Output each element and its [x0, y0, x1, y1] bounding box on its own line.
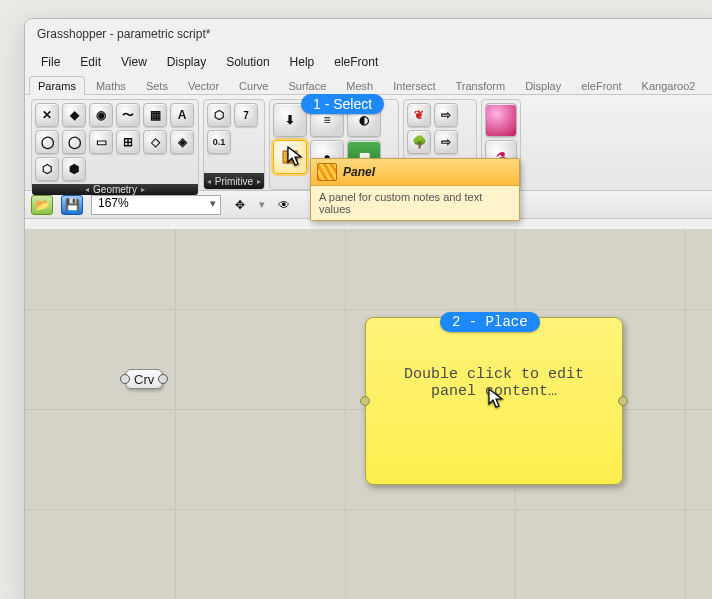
ribbon-group-geometry: ✕ ◆ ◉ 〜 ▦ A ◯ ◯ ▭ ⊞ ◇ ◈ ⬡ ⬢ Geometry	[31, 99, 199, 190]
menu-elefront[interactable]: eleFront	[326, 51, 386, 73]
annotation-place: 2 - Place	[440, 312, 540, 332]
tab-sets[interactable]: Sets	[137, 76, 177, 95]
tab-curve[interactable]: Curve	[230, 76, 277, 95]
tooltip: Panel A panel for custom notes and text …	[310, 158, 520, 221]
hex-icon[interactable]: ◉	[89, 103, 113, 127]
hex-icon[interactable]: ▭	[89, 130, 113, 154]
annotation-select: 1 - Select	[301, 94, 384, 114]
menu-solution[interactable]: Solution	[218, 51, 277, 73]
crv-label: Crv	[134, 372, 154, 387]
hex-icon[interactable]: 0.1	[207, 130, 231, 154]
tab-display[interactable]: Display	[516, 76, 570, 95]
sphere-icon[interactable]	[485, 103, 517, 137]
group-label-primitive[interactable]: Primitive	[204, 173, 264, 189]
zoom-combobox[interactable]: 167%	[91, 195, 221, 215]
hex-icon[interactable]: ◯	[62, 130, 86, 154]
menu-file[interactable]: File	[33, 51, 68, 73]
panel-input-grip[interactable]	[360, 396, 370, 406]
menubar: File Edit View Display Solution Help ele…	[25, 49, 712, 75]
jump-in-icon[interactable]: ⇨	[434, 130, 458, 154]
tab-vector[interactable]: Vector	[179, 76, 228, 95]
tab-elefront[interactable]: eleFront	[572, 76, 630, 95]
titlebar: Grasshopper - parametric script*	[25, 19, 712, 49]
tab-surface[interactable]: Surface	[279, 76, 335, 95]
hex-icon[interactable]: ⬡	[207, 103, 231, 127]
panel-component-icon[interactable]	[273, 140, 307, 174]
zoom-extents-icon[interactable]: ✥	[229, 195, 251, 215]
hex-icon[interactable]: ◈	[170, 130, 194, 154]
open-file-icon[interactable]: 📂	[31, 195, 53, 215]
panel-component[interactable]: 2 - Place Double click to edit panel con…	[365, 317, 623, 485]
hex-icon[interactable]: ◇	[143, 130, 167, 154]
app-window: Grasshopper - parametric script* File Ed…	[24, 18, 712, 599]
crv-param-capsule[interactable]: Crv	[125, 369, 163, 389]
window-title: Grasshopper - parametric script*	[37, 27, 210, 41]
tab-user[interactable]: User	[706, 76, 712, 95]
hex-icon[interactable]: 〜	[116, 103, 140, 127]
hex-icon[interactable]: A	[170, 103, 194, 127]
jump-out-icon[interactable]: ⇨	[434, 103, 458, 127]
tab-params[interactable]: Params	[29, 76, 85, 95]
hex-icon[interactable]: ▦	[143, 103, 167, 127]
tab-kangaroo2[interactable]: Kangaroo2	[633, 76, 705, 95]
ribbon-group-primitive: ⬡ 7 0.1 Primitive	[203, 99, 265, 190]
preview-eye-icon[interactable]: 👁	[273, 195, 295, 215]
hex-icon[interactable]: ◯	[35, 130, 59, 154]
menu-view[interactable]: View	[113, 51, 155, 73]
tab-maths[interactable]: Maths	[87, 76, 135, 95]
panel-placeholder-text: Double click to edit panel content…	[380, 366, 608, 400]
tab-intersect[interactable]: Intersect	[384, 76, 444, 95]
cherry-icon[interactable]: ❦	[407, 103, 431, 127]
group-label-geometry[interactable]: Geometry	[32, 184, 198, 195]
menu-edit[interactable]: Edit	[72, 51, 109, 73]
hex-icon[interactable]: ⬡	[35, 157, 59, 181]
hex-icon[interactable]: 7	[234, 103, 258, 127]
canvas[interactable]: Crv 2 - Place Double click to edit panel…	[25, 229, 712, 599]
panel-output-grip[interactable]	[618, 396, 628, 406]
hex-icon[interactable]: ⊞	[116, 130, 140, 154]
tree-icon[interactable]: 🌳	[407, 130, 431, 154]
tooltip-body: A panel for custom notes and text values	[311, 186, 519, 220]
tab-mesh[interactable]: Mesh	[337, 76, 382, 95]
output-grip[interactable]	[158, 374, 168, 384]
panel-icon	[317, 163, 337, 181]
menu-help[interactable]: Help	[282, 51, 323, 73]
input-grip[interactable]	[120, 374, 130, 384]
save-file-icon[interactable]: 💾	[61, 195, 83, 215]
hex-icon[interactable]: ◆	[62, 103, 86, 127]
component-tabs: Params Maths Sets Vector Curve Surface M…	[25, 75, 712, 95]
hex-icon[interactable]: ✕	[35, 103, 59, 127]
tooltip-title: Panel	[343, 165, 375, 179]
tab-transform[interactable]: Transform	[446, 76, 514, 95]
hex-icon[interactable]: ⬢	[62, 157, 86, 181]
menu-display[interactable]: Display	[159, 51, 214, 73]
